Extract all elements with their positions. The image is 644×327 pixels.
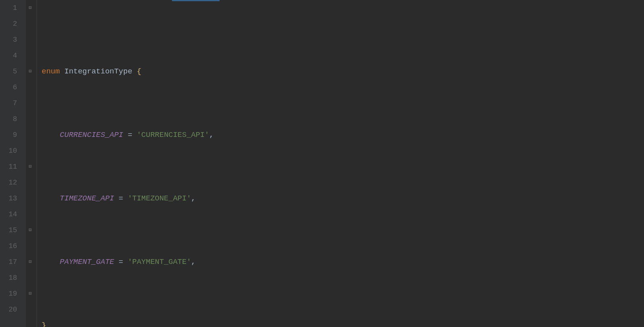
line-number: 13 <box>0 190 17 206</box>
code-editor: 1 2 3 4 5 6 7 8 9 10 11 12 13 14 15 16 1… <box>0 0 644 327</box>
code-line[interactable]: } <box>42 317 644 327</box>
open-brace: { <box>137 67 141 76</box>
fold-close-icon[interactable]: ⊟ <box>27 291 33 296</box>
close-brace: } <box>42 321 46 327</box>
line-number: 3 <box>0 32 17 48</box>
enum-member: PAYMENT_GATE <box>60 258 114 266</box>
line-number: 5 <box>0 63 17 79</box>
line-number: 1 <box>0 0 17 16</box>
fold-open-icon[interactable]: ⊟ <box>27 5 33 11</box>
fold-open-icon[interactable]: ⊟ <box>27 259 33 265</box>
line-number: 7 <box>0 95 17 111</box>
string-literal: 'TIMEZONE_API' <box>128 194 191 203</box>
fold-gutter: ⊟ ⊟ ⊟ ⊟ ⊟ ⊟ <box>26 0 37 327</box>
line-number: 12 <box>0 175 17 190</box>
line-number: 19 <box>0 286 17 302</box>
line-number: 14 <box>0 206 17 222</box>
line-number-gutter: 1 2 3 4 5 6 7 8 9 10 11 12 13 14 15 16 1… <box>0 0 26 327</box>
code-line[interactable]: CURRENCIES_API = 'CURRENCIES_API', <box>42 127 644 143</box>
code-line[interactable]: PAYMENT_GATE = 'PAYMENT_GATE', <box>42 254 644 270</box>
line-number: 11 <box>0 159 17 175</box>
line-number: 17 <box>0 254 17 270</box>
string-literal: 'CURRENCIES_API' <box>137 131 209 139</box>
line-number: 18 <box>0 270 17 286</box>
code-content[interactable]: enum IntegrationType { CURRENCIES_API = … <box>37 0 644 327</box>
line-number: 20 <box>0 302 17 317</box>
type-name: IntegrationType <box>64 67 132 76</box>
keyword-enum: enum <box>42 67 60 76</box>
line-number: 16 <box>0 238 17 254</box>
enum-member: CURRENCIES_API <box>60 131 123 139</box>
line-number: 2 <box>0 16 17 32</box>
line-number: 4 <box>0 48 17 63</box>
line-number: 15 <box>0 222 17 238</box>
enum-member: TIMEZONE_API <box>60 194 114 203</box>
fold-close-icon[interactable]: ⊟ <box>27 227 33 233</box>
code-line[interactable]: enum IntegrationType { <box>42 63 644 79</box>
fold-open-icon[interactable]: ⊟ <box>27 164 33 169</box>
line-number: 10 <box>0 143 17 159</box>
line-number: 8 <box>0 111 17 127</box>
line-number: 9 <box>0 127 17 143</box>
tab-indicator <box>172 0 220 1</box>
code-line[interactable]: TIMEZONE_API = 'TIMEZONE_API', <box>42 190 644 206</box>
line-number: 6 <box>0 79 17 95</box>
fold-close-icon[interactable]: ⊟ <box>27 69 33 74</box>
string-literal: 'PAYMENT_GATE' <box>128 258 191 266</box>
